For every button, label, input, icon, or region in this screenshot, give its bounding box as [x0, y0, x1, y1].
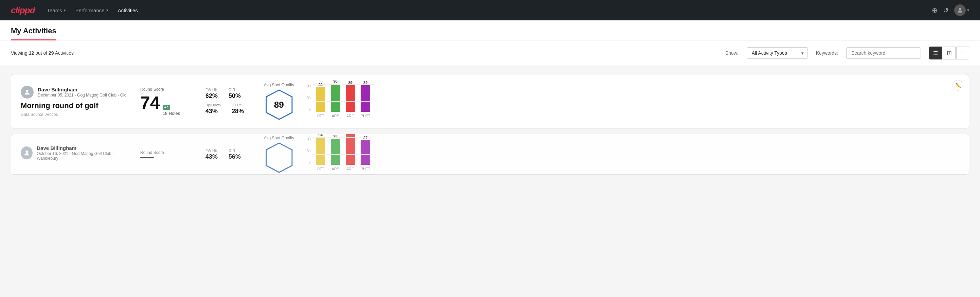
user-info-1: Dave Billingham October 16, 2021 - Gog M… — [37, 145, 129, 161]
svg-point-0 — [959, 8, 961, 10]
activity-type-select[interactable]: All Activity Types Rounds Practice — [747, 47, 808, 59]
performance-chevron-icon: ▾ — [106, 8, 108, 13]
stats-section-0: FW Hit 62% GIR 50% Up/Down 43% 1 Putt 28… — [205, 88, 253, 115]
svg-point-1 — [26, 90, 28, 92]
stat-1putt-0: 1 Putt 28% — [232, 103, 244, 115]
bar-arg-label-0: ARG — [346, 114, 355, 118]
nav-item-performance[interactable]: Performance ▾ — [75, 8, 108, 13]
bar-ott-value-0: 85 — [318, 83, 323, 87]
user-chevron-icon: ▾ — [967, 8, 969, 13]
bar-chart-1: 100 50 0 94 OTT 93 — [305, 137, 373, 171]
activities-list: ✏️ Dave Billingham December 05, 2021 - G… — [0, 66, 980, 183]
bar-ott-0: 85 OTT — [316, 83, 325, 118]
score-section-0: Round Score 74 +4 18 Holes — [140, 87, 194, 116]
score-number-0: 74 — [140, 94, 160, 112]
avg-shot-quality-label-0: Avg Shot Quality — [264, 83, 294, 87]
bar-ott-visual-0 — [316, 87, 325, 112]
bar-arg-visual-1 — [346, 134, 355, 165]
add-icon[interactable]: ⊕ — [932, 6, 937, 14]
stat-fw-hit-label-0: FW Hit — [205, 88, 218, 92]
stat-gir-0: GIR 50% — [229, 88, 241, 99]
edit-button-0[interactable]: ✏️ — [953, 80, 963, 91]
avg-shot-quality-label-1: Avg Shot Quality — [264, 136, 294, 141]
bar-putt-label-0: PUTT — [361, 114, 371, 118]
bar-app-label-0: APP — [332, 114, 339, 118]
page-title: My Activities — [11, 27, 56, 40]
viewing-total: 29 — [49, 50, 54, 56]
bar-putt-0: 89 PUTT — [361, 81, 371, 118]
search-input[interactable] — [846, 47, 921, 59]
user-date-1: October 16, 2021 - Gog Magog Golf Club -… — [37, 151, 129, 161]
score-main-1 — [140, 157, 194, 158]
bar-putt-1: 87 PUTT — [361, 136, 371, 171]
user-menu[interactable]: ▾ — [954, 5, 969, 16]
grid-view-toggle[interactable]: ⊞ — [943, 46, 956, 59]
stat-gir-label-0: GIR — [229, 88, 241, 92]
viewing-suffix: Activities — [54, 50, 74, 56]
svg-point-3 — [25, 150, 28, 153]
data-source-0: Data Source: Arccos — [21, 112, 129, 117]
bar-app-value-1: 93 — [334, 134, 337, 138]
round-score-label-0: Round Score — [140, 87, 194, 92]
quality-hex-area-1: Avg Shot Quality — [264, 136, 294, 173]
bar-app-1: 93 APP — [331, 134, 340, 171]
bar-ott-1: 94 OTT — [316, 134, 325, 171]
y-label-100-1: 100 — [305, 137, 311, 141]
user-date-0: December 05, 2021 - Gog Magog Golf Club … — [38, 93, 126, 97]
hexagon-0: 89 — [266, 89, 293, 120]
nav-item-activities[interactable]: Activities — [118, 8, 138, 13]
nav-item-teams[interactable]: Teams ▾ — [47, 8, 66, 13]
bar-arg-label-1: ARG — [346, 167, 355, 171]
score-main-0: 74 +4 18 Holes — [140, 94, 194, 116]
bar-ott-label-1: OTT — [317, 167, 324, 171]
stat-gir-value-0: 50% — [229, 93, 241, 99]
bar-app-visual-0 — [331, 84, 340, 112]
y-label-0-0: 0 — [309, 108, 311, 112]
svg-marker-4 — [266, 143, 292, 172]
avatar[interactable] — [954, 5, 966, 16]
navbar: clippd Teams ▾ Performance ▾ Activities … — [0, 0, 980, 21]
bar-app-0: 90 APP — [331, 79, 340, 118]
stat-gir-label-1: GIR — [229, 148, 241, 153]
stat-fw-hit-0: FW Hit 62% — [205, 88, 218, 99]
bar-putt-label-1: PUTT — [361, 167, 371, 171]
list-view-toggle[interactable]: ☰ — [929, 46, 942, 59]
bar-ott-label-0: OTT — [317, 114, 324, 118]
y-label-50-0: 50 — [307, 96, 311, 100]
stat-1putt-label-0: 1 Putt — [232, 103, 244, 107]
activities-label: Activities — [118, 8, 138, 13]
round-score-label-1: Round Score — [140, 150, 194, 155]
stat-fw-hit-1: FW Hit 43% — [205, 148, 218, 160]
compact-view-toggle[interactable]: ≡ — [956, 46, 969, 59]
card-left-1: Dave Billingham October 16, 2021 - Gog M… — [21, 145, 129, 163]
stat-pair-bottom-0: Up/Down 43% 1 Putt 28% — [205, 103, 253, 115]
stat-updown-value-0: 43% — [205, 108, 221, 115]
navbar-left: clippd Teams ▾ Performance ▾ Activities — [11, 5, 138, 16]
quality-section-0: Avg Shot Quality 89 100 50 0 — [264, 83, 373, 120]
bar-putt-visual-0 — [361, 85, 370, 112]
stat-fw-hit-value-0: 62% — [205, 93, 218, 99]
y-label-0-1: 0 — [309, 161, 311, 164]
stat-pair-top-1: FW Hit 43% GIR 56% — [205, 148, 253, 160]
bar-putt-visual-1 — [361, 141, 370, 165]
score-dash-1 — [140, 157, 154, 158]
teams-chevron-icon: ▾ — [64, 8, 66, 13]
quality-hex-area-0: Avg Shot Quality 89 — [264, 83, 294, 120]
score-section-1: Round Score — [140, 150, 194, 158]
viewing-prefix: Viewing — [11, 50, 29, 56]
activity-type-select-wrapper: All Activity Types Rounds Practice — [747, 47, 808, 59]
user-row-1: Dave Billingham October 16, 2021 - Gog M… — [21, 145, 129, 161]
activity-card-0: ✏️ Dave Billingham December 05, 2021 - G… — [11, 74, 969, 128]
quality-section-1: Avg Shot Quality 100 50 0 — [264, 136, 373, 173]
activity-card-1: Dave Billingham October 16, 2021 - Gog M… — [11, 134, 969, 175]
bar-app-value-0: 90 — [334, 79, 337, 83]
hex-value-0: 89 — [274, 99, 284, 110]
hexagon-1 — [266, 142, 293, 173]
logo[interactable]: clippd — [11, 5, 35, 16]
bar-ott-visual-1 — [316, 137, 325, 165]
view-toggles: ☰ ⊞ ≡ — [929, 46, 969, 59]
score-badge-0: +4 — [163, 105, 170, 110]
user-avatar-1 — [21, 147, 33, 160]
page-header: My Activities — [0, 21, 980, 40]
refresh-icon[interactable]: ↺ — [943, 6, 949, 14]
